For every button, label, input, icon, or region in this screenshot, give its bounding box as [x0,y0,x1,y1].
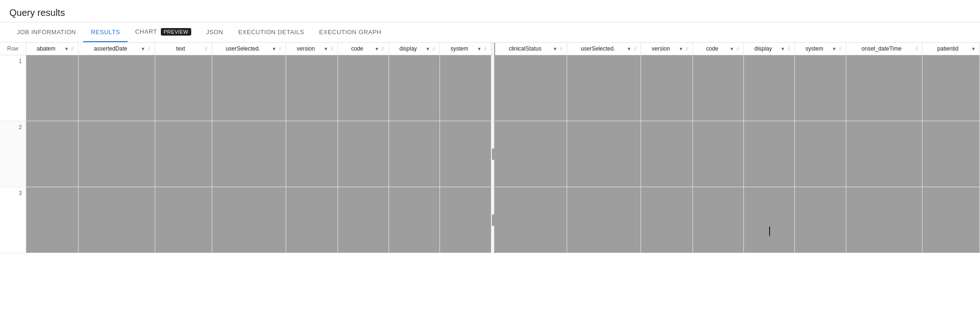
row-number-2: 2 [0,121,26,187]
col-header-display[interactable]: display ▼ // [389,43,440,55]
cell-row3-col-system2 [795,187,846,253]
resize-handle-version2[interactable]: // [685,46,689,51]
resize-handle-display[interactable]: // [432,46,436,51]
resize-handle-userSelected2[interactable]: // [633,46,637,51]
resize-handle-onset-datetime[interactable]: // [915,46,918,51]
col-header-system2[interactable]: system ▼ // [795,43,846,55]
resize-handle-system[interactable]: // [483,46,487,51]
cell-row3-col-assertedDate [79,187,155,253]
col-header-code[interactable]: code ▼ // [338,43,389,55]
col-header-patientid[interactable]: patientid ▼ [922,43,980,55]
cell-row1-col-code [338,55,389,121]
cell-row2-col-display [389,121,440,187]
cell-row2-col-display2 [744,121,795,187]
cell-row1-col-version [286,55,338,121]
cell-row2-col-abatement [26,121,79,187]
cell-row1-col-userSelected [212,55,286,121]
sort-icon-code[interactable]: ▼ [375,46,379,51]
col-header-version2[interactable]: version ▼ // [641,43,693,55]
cell-row1-col-userSelected2 [567,55,641,121]
resize-handle-system2[interactable]: // [838,46,842,51]
divider-cell-row1 [491,55,495,121]
resize-handle-code[interactable]: // [381,46,385,51]
cell-row3-col-onset_dateTime [846,187,922,253]
sort-icon-userSelected2[interactable]: ▼ [627,46,631,51]
col-header-code2[interactable]: code ▼ // [693,43,744,55]
sort-icon-code2[interactable]: ▼ [729,46,734,51]
tab-job-information[interactable]: JOB INFORMATION [9,23,83,42]
row-number-header: Row [0,43,26,55]
cell-row3-col-version [286,187,338,253]
sort-icon-version[interactable]: ▼ [324,46,328,51]
cell-row2-col-userSelected2 [567,121,641,187]
col-header-clinicalStatus[interactable]: clinicalStatus ▼ // [495,43,567,55]
preview-badge: PREVIEW [161,28,191,36]
cell-row3-col-patientid [922,187,980,253]
cell-row2-col-system2 [795,121,846,187]
cell-row3-col-text [155,187,212,253]
cell-row2-col-text [155,121,212,187]
cell-row1-col-clinicalStatus [495,55,567,121]
cell-row2-col-onset_dateTime [846,121,922,187]
results-table: Row abatem ▼ // assertedDate ▼ // [0,43,980,253]
resize-handle-abatement[interactable]: // [71,46,74,51]
cell-row1-col-version2 [641,55,693,121]
sort-icon-system2[interactable]: ▼ [832,46,836,51]
col-header-userSelected2[interactable]: userSelected. ▼ // [567,43,641,55]
cell-row1-col-assertedDate [79,55,155,121]
tab-chart[interactable]: CHART PREVIEW [128,22,199,42]
sort-icon-display2[interactable]: ▼ [780,46,785,51]
cell-row1-col-abatement [26,55,79,121]
row-number-3: 3 [0,187,26,253]
col-header-abatement[interactable]: abatem ▼ // [26,43,79,55]
cell-row3-col-display2 [744,187,795,253]
col-header-onset-datetime[interactable]: onset_dateTime // [846,43,922,55]
resize-handle-code2[interactable]: // [736,46,740,51]
divider-col-header [491,43,495,55]
resize-handle-userSelected[interactable]: // [278,46,282,51]
col-header-userSelected[interactable]: userSelected. ▼ // [212,43,286,55]
sort-icon-system[interactable]: ▼ [477,46,482,51]
cell-row2-col-version2 [641,121,693,187]
page-title: Query results [0,0,980,22]
cell-row2-col-code2 [693,121,744,187]
resize-handle-clinicalStatus[interactable]: // [559,46,563,51]
cell-row3-col-code2 [693,187,744,253]
tab-execution-details[interactable]: EXECUTION DETAILS [231,23,311,42]
sort-icon-display[interactable]: ▼ [425,46,430,51]
cell-row1-col-code2 [693,55,744,121]
sort-icon-abatement[interactable]: ▼ [64,46,69,51]
resize-handle-version[interactable]: // [330,46,334,51]
col-header-assertedDate[interactable]: assertedDate ▼ // [79,43,155,55]
tabs-bar: JOB INFORMATION RESULTS CHART PREVIEW JS… [0,22,980,43]
col-header-text[interactable]: text // [155,43,212,55]
col-header-system[interactable]: system ▼ // [440,43,491,55]
cell-row1-col-system2 [795,55,846,121]
cell-row1-col-patientid [922,55,980,121]
cell-row1-col-display2 [744,55,795,121]
cell-row3-col-userSelected [212,187,286,253]
cell-row1-col-display [389,55,440,121]
cell-row3-col-userSelected2 [567,187,641,253]
sort-icon-patientid[interactable]: ▼ [971,46,976,51]
cell-row2-col-system [440,121,491,187]
resize-handle-assertedDate[interactable]: // [147,46,151,51]
tab-results[interactable]: RESULTS [83,23,128,42]
sort-icon-assertedDate[interactable]: ▼ [141,46,145,51]
cell-row3-col-version2 [641,187,693,253]
sort-icon-userSelected[interactable]: ▼ [272,46,276,51]
cell-row3-col-display [389,187,440,253]
resize-handle-text[interactable]: // [204,46,208,51]
col-header-version[interactable]: version ▼ // [286,43,338,55]
sort-icon-version2[interactable]: ▼ [678,46,683,51]
cell-row3-col-clinicalStatus [495,187,567,253]
cell-row2-col-userSelected [212,121,286,187]
tab-json[interactable]: JSON [199,23,231,42]
cell-row2-col-patientid [922,121,980,187]
cell-row1-col-system [440,55,491,121]
col-header-display2[interactable]: display ▼ // [744,43,795,55]
tab-execution-graph[interactable]: EXECUTION GRAPH [312,23,389,42]
resize-handle-display2[interactable]: // [787,46,791,51]
divider-cell-row2 [491,121,495,187]
sort-icon-clinicalStatus[interactable]: ▼ [553,46,557,51]
